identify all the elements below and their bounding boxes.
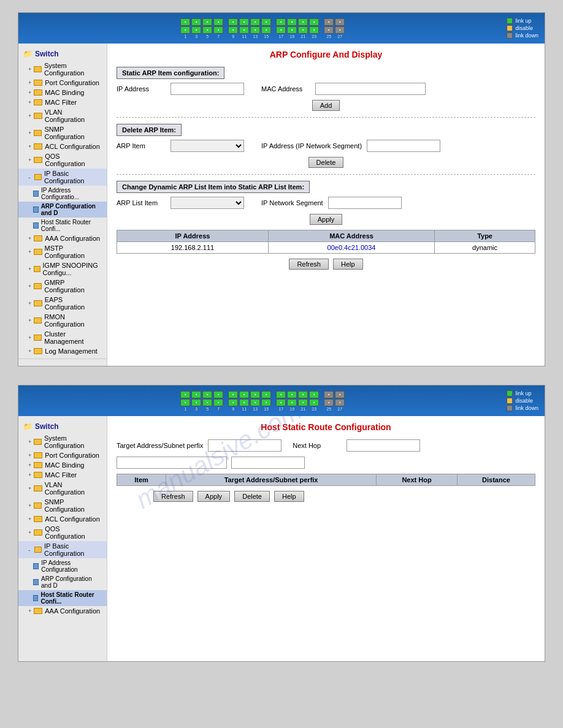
- port-10[interactable]: ▪: [228, 18, 238, 26]
- apply-button-1[interactable]: Apply: [310, 214, 343, 225]
- target-address-input[interactable]: [208, 439, 282, 452]
- sidebar2-item-port[interactable]: +Port Configuration: [18, 450, 107, 460]
- sidebar-item-igmp[interactable]: +IGMP SNOOPING Configu...: [18, 260, 107, 278]
- sidebar2-sub-host-static[interactable]: Host Static Router Confi...: [18, 590, 107, 606]
- p2-port-26[interactable]: ▪: [324, 391, 334, 398]
- sidebar-item-log[interactable]: +Log Management: [18, 346, 107, 356]
- p2-port-20[interactable]: ▪: [287, 391, 297, 398]
- sidebar-sub-ip-address[interactable]: IP Address Configuratio...: [18, 186, 107, 202]
- p2-port-7[interactable]: ▪: [213, 399, 223, 406]
- sidebar2-item-snmp[interactable]: +SNMP Configuration: [18, 497, 107, 514]
- port-7[interactable]: ▪: [213, 26, 223, 34]
- port-15[interactable]: ▪: [261, 26, 271, 34]
- help-button-2[interactable]: Help: [274, 491, 304, 502]
- p2-port-5[interactable]: ▪: [202, 399, 212, 406]
- sidebar2-item-acl[interactable]: +ACL Configuration: [18, 514, 107, 524]
- sidebar2-item-qos[interactable]: +QOS Configuration: [18, 524, 107, 541]
- ip-network-segment-input[interactable]: [328, 197, 402, 209]
- p2-port-6[interactable]: ▪: [202, 391, 212, 398]
- port-8[interactable]: ▪: [213, 18, 223, 26]
- sidebar-item-qos[interactable]: +QOS Configuration: [18, 151, 107, 169]
- p2-port-9[interactable]: ▪: [228, 399, 238, 406]
- p2-port-19[interactable]: ▪: [287, 399, 297, 406]
- port-22[interactable]: ▪: [298, 18, 308, 26]
- port-19[interactable]: ▪: [287, 26, 297, 34]
- p2-port-18[interactable]: ▪: [276, 391, 286, 398]
- sidebar-sub-arp[interactable]: ARP Configuration and D: [18, 202, 107, 218]
- port-26[interactable]: ▪: [324, 18, 334, 26]
- port-11[interactable]: ▪: [239, 26, 249, 34]
- port-2[interactable]: ▪: [180, 18, 190, 26]
- p2-port-22[interactable]: ▪: [298, 391, 308, 398]
- sidebar2-item-aaa[interactable]: +AAA Configuration: [18, 606, 107, 616]
- p2-port-25[interactable]: ▪: [324, 399, 334, 406]
- port-6[interactable]: ▪: [202, 18, 212, 26]
- p2-port-24[interactable]: ▪: [309, 391, 319, 398]
- port-12[interactable]: ▪: [239, 18, 249, 26]
- add-button[interactable]: Add: [312, 100, 340, 111]
- sidebar-item-cluster[interactable]: +Cluster Management: [18, 329, 107, 346]
- sidebar-item-eaps[interactable]: +EAPS Configuration: [18, 295, 107, 312]
- target-address-input-2[interactable]: [117, 457, 227, 469]
- sidebar2-item-ip-basic[interactable]: -IP Basic Configuration: [18, 541, 107, 558]
- sidebar2-item-vlan[interactable]: +VLAN Configuration: [18, 480, 107, 497]
- sidebar-item-ip-basic[interactable]: -IP Basic Configuration: [18, 169, 107, 186]
- sidebar-sub-host-static[interactable]: Host Static Router Confi...: [18, 218, 107, 233]
- p2-port-1[interactable]: ▪: [180, 399, 190, 406]
- p2-port-11[interactable]: ▪: [239, 399, 249, 406]
- sidebar-item-mac-binding[interactable]: +MAC Binding: [18, 88, 107, 97]
- p2-port-28[interactable]: ▪: [335, 391, 345, 398]
- next-hop-input[interactable]: [347, 439, 420, 452]
- port-16[interactable]: ▪: [261, 18, 271, 26]
- p2-port-4[interactable]: ▪: [191, 391, 201, 398]
- p2-port-12[interactable]: ▪: [239, 391, 249, 398]
- refresh-button-1[interactable]: Refresh: [289, 259, 329, 270]
- port-25[interactable]: ▪: [324, 26, 334, 34]
- delete-button-2[interactable]: Delete: [234, 491, 270, 502]
- sidebar2-item-mac-binding[interactable]: +MAC Binding: [18, 460, 107, 470]
- port-21[interactable]: ▪: [298, 26, 308, 34]
- p2-port-23[interactable]: ▪: [309, 399, 319, 406]
- sidebar-item-aaa[interactable]: +AAA Configuration: [18, 233, 107, 243]
- p2-port-8[interactable]: ▪: [213, 391, 223, 398]
- sidebar2-sub-ip-address[interactable]: IP Address Configuration: [18, 558, 107, 574]
- sidebar2-item-mac-filter[interactable]: +MAC Filter: [18, 470, 107, 480]
- port-20[interactable]: ▪: [287, 18, 297, 26]
- port-24[interactable]: ▪: [309, 18, 319, 26]
- arp-list-item-select[interactable]: [170, 197, 244, 209]
- sidebar-item-rmon[interactable]: +RMON Configuration: [18, 312, 107, 329]
- next-hop-input-2[interactable]: [231, 457, 305, 469]
- ip-segment-input[interactable]: [367, 140, 440, 152]
- sidebar2-sub-arp[interactable]: ARP Configuration and D: [18, 574, 107, 590]
- p2-port-14[interactable]: ▪: [250, 391, 260, 398]
- port-23[interactable]: ▪: [309, 26, 319, 34]
- port-28[interactable]: ▪: [335, 18, 345, 26]
- arp-item-select[interactable]: [170, 140, 244, 152]
- port-18[interactable]: ▪: [276, 18, 286, 26]
- sidebar-item-mac-filter[interactable]: +MAC Filter: [18, 97, 107, 107]
- apply-button-2[interactable]: Apply: [197, 491, 231, 502]
- sidebar-item-acl[interactable]: +ACL Configuration: [18, 142, 107, 151]
- sidebar-item-gmrp[interactable]: +GMRP Configuration: [18, 278, 107, 295]
- port-4[interactable]: ▪: [191, 18, 201, 26]
- refresh-button-2[interactable]: Refresh: [153, 491, 193, 502]
- p2-port-16[interactable]: ▪: [261, 391, 271, 398]
- sidebar-item-mstp[interactable]: +MSTP Configuration: [18, 243, 107, 260]
- sidebar-item-snmp[interactable]: +SNMP Configuration: [18, 124, 107, 142]
- port-27[interactable]: ▪: [335, 26, 345, 34]
- port-3[interactable]: ▪: [191, 26, 201, 34]
- port-5[interactable]: ▪: [202, 26, 212, 34]
- port-9[interactable]: ▪: [228, 26, 238, 34]
- p2-port-13[interactable]: ▪: [250, 399, 260, 406]
- p2-port-3[interactable]: ▪: [191, 399, 201, 406]
- p2-port-21[interactable]: ▪: [298, 399, 308, 406]
- p2-port-15[interactable]: ▪: [261, 399, 271, 406]
- p2-port-10[interactable]: ▪: [228, 391, 238, 398]
- port-14[interactable]: ▪: [250, 18, 260, 26]
- ip-address-input[interactable]: [170, 83, 244, 95]
- port-17[interactable]: ▪: [276, 26, 286, 34]
- mac-address-input[interactable]: [315, 83, 426, 95]
- sidebar2-item-system[interactable]: +System Configuration: [18, 433, 107, 450]
- p2-port-27[interactable]: ▪: [335, 399, 345, 406]
- sidebar-item-system[interactable]: +System Configuration: [18, 61, 107, 78]
